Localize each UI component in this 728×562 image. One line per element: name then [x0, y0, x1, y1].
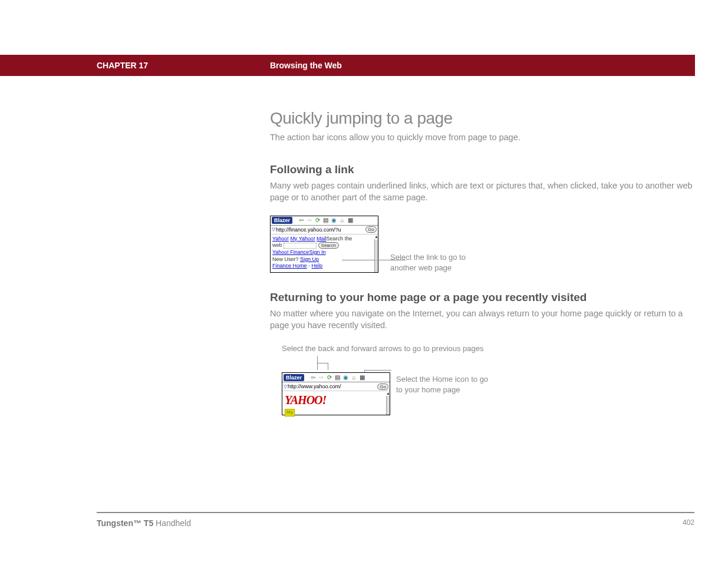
forward-arrow-icon-2[interactable]: ⇨	[317, 373, 325, 381]
link-my-yahoo[interactable]: My Yahoo!	[290, 236, 315, 242]
new-user-label: New User?	[272, 256, 300, 262]
intro-text: The action bar icons allow you to quickl…	[270, 133, 694, 142]
home-icon[interactable]: ⌂	[338, 217, 346, 224]
refresh-icon[interactable]: ⟳	[314, 217, 321, 224]
link-sign-up[interactable]: Sign Up	[300, 256, 319, 262]
blazer-app-label-2[interactable]: Blazer	[284, 374, 304, 381]
footer-rule	[97, 512, 694, 513]
go-button-2[interactable]: Go	[377, 384, 388, 390]
callout-back-forward: Select the back and forward arrows to go…	[282, 343, 506, 354]
link-finance-home[interactable]: Finance Home	[272, 263, 307, 269]
chapter-number: CHAPTER 17	[97, 61, 270, 70]
link-yahoo[interactable]: Yahoo!	[272, 236, 289, 242]
link-yahoo-finance[interactable]: Yahoo! Finance	[272, 249, 309, 255]
page-icon[interactable]: ▤	[322, 217, 330, 224]
figure-returning: Select the back and forward arrows to go…	[270, 343, 506, 416]
search-the-label: Search the	[327, 236, 353, 242]
link-sign-in[interactable]: Sign In	[309, 249, 325, 255]
scrollbar-2[interactable]: ▲	[386, 391, 390, 415]
globe-icon[interactable]: ◉	[330, 217, 338, 224]
chapter-header: CHAPTER 17 Browsing the Web	[0, 55, 695, 76]
blazer-toolbar-2: Blazer ⇦ ⇨ ⟳ ▤ ◉ ⌂ ▦	[282, 373, 390, 382]
grid-icon-2[interactable]: ▦	[358, 373, 366, 381]
link-help[interactable]: Help	[312, 263, 323, 269]
search-input[interactable]	[284, 243, 317, 249]
page-footer: Tungsten™ T5 Handheld 402	[97, 518, 694, 528]
back-arrow-icon[interactable]: ⇦	[297, 217, 305, 224]
blazer-app-label[interactable]: Blazer	[272, 217, 292, 224]
back-arrow-icon-2[interactable]: ⇦	[309, 373, 317, 381]
figure-following-link: Blazer ⇦ ⇨ ⟳ ▤ ◉ ⌂ ▦ ▽ http://finance.ya…	[270, 216, 694, 273]
product-bold: Tungsten™ T5	[97, 518, 153, 528]
my-badge[interactable]: My	[285, 409, 295, 416]
refresh-icon-2[interactable]: ⟳	[325, 373, 333, 381]
blazer-toolbar: Blazer ⇦ ⇨ ⟳ ▤ ◉ ⌂ ▦	[271, 216, 378, 226]
page-heading: Quickly jumping to a page	[270, 109, 694, 128]
go-button[interactable]: Go	[365, 226, 377, 233]
globe-icon-2[interactable]: ◉	[342, 373, 350, 381]
dash: -	[307, 263, 312, 269]
url-field[interactable]: http://finance.yahoo.com/?u	[276, 227, 365, 233]
yahoo-logo[interactable]: YAHOO!	[282, 391, 390, 409]
page-icon-2[interactable]: ▤	[334, 373, 341, 381]
address-bar: ▽ http://finance.yahoo.com/?u Go	[271, 226, 378, 234]
page-content-2: YAHOO! My ▲	[282, 391, 390, 415]
callout-leader	[342, 260, 406, 260]
main-content: Quickly jumping to a page The action bar…	[270, 109, 694, 415]
page-content: Yahoo! My Yahoo! MailSearch the web Sear…	[271, 234, 378, 272]
section-heading-returning: Returning to your home page or a page yo…	[270, 291, 694, 304]
url-dropdown-icon[interactable]: ▽	[272, 227, 275, 232]
url-field-2[interactable]: http://www.yahoo.com/	[288, 384, 377, 389]
chapter-title: Browsing the Web	[270, 61, 342, 70]
callout-select-link: Select the link to go to another web pag…	[390, 252, 473, 273]
section-heading-following-link: Following a link	[270, 163, 694, 176]
blazer-browser-home: Blazer ⇦ ⇨ ⟳ ▤ ◉ ⌂ ▦ ▽ http://www.yahoo.…	[282, 372, 390, 415]
web-label: web	[272, 242, 282, 248]
product-rest: Handheld	[153, 518, 191, 528]
section-body-following-link: Many web pages contain underlined links,…	[270, 180, 694, 204]
url-dropdown-icon-2[interactable]: ▽	[284, 384, 287, 389]
blazer-browser-finance: Blazer ⇦ ⇨ ⟳ ▤ ◉ ⌂ ▦ ▽ http://finance.ya…	[270, 216, 378, 273]
home-icon-2[interactable]: ⌂	[350, 373, 358, 381]
scrollbar[interactable]: ▲	[374, 234, 378, 272]
search-button[interactable]: Search	[318, 242, 339, 249]
scroll-up-icon[interactable]: ▲	[374, 234, 378, 239]
callout-home-icon: Select the Home icon to go to your home …	[396, 374, 496, 395]
forward-arrow-icon[interactable]: ⇨	[305, 217, 313, 224]
scroll-up-icon-2[interactable]: ▲	[386, 391, 390, 396]
address-bar-2: ▽ http://www.yahoo.com/ Go	[282, 382, 390, 391]
page-number: 402	[683, 518, 694, 528]
section-body-returning: No matter where you navigate on the Inte…	[270, 308, 694, 332]
callout-leader-home-h	[364, 370, 391, 371]
product-name: Tungsten™ T5 Handheld	[97, 518, 191, 528]
link-mail[interactable]: Mail	[317, 236, 327, 242]
grid-icon[interactable]: ▦	[347, 217, 354, 224]
